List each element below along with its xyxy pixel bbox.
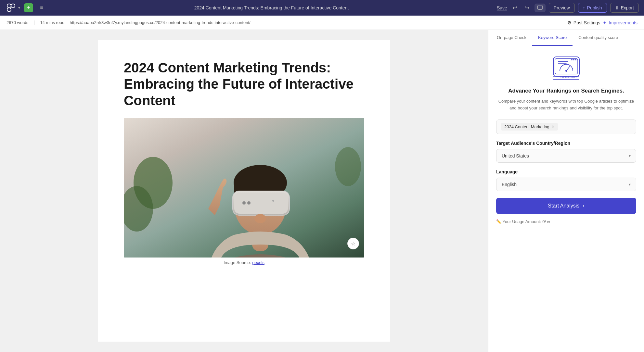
post-settings-button[interactable]: ⚙ Post Settings (567, 20, 600, 25)
country-chevron-icon: ▾ (629, 154, 631, 158)
undo-button[interactable]: ↩ (510, 3, 519, 13)
tab-keyword[interactable]: Keyword Score (532, 30, 573, 46)
navbar-actions: Save ↩ ↪ Preview ↑ Publish ⬆ Export (497, 3, 639, 13)
add-button[interactable]: + (24, 3, 33, 12)
settings-icon: ⚙ (567, 20, 572, 25)
panel-description: Compare your content and keywords with t… (496, 98, 636, 112)
keyword-tag-input[interactable]: 2024 Content Marketing ✕ (496, 119, 636, 134)
read-time: 14 mins read (40, 20, 64, 25)
svg-rect-3 (537, 6, 543, 9)
svg-point-21 (335, 147, 361, 186)
keyword-tag-remove[interactable]: ✕ (551, 124, 555, 129)
word-count: 2670 words (6, 20, 28, 25)
svg-point-1 (11, 4, 15, 8)
score-icon-wrapper: Content Score (496, 55, 636, 81)
svg-point-15 (242, 201, 246, 205)
svg-point-16 (247, 201, 251, 205)
secondary-bar: 2670 words | 14 mins read https://aaapa2… (0, 16, 644, 30)
svg-point-0 (7, 4, 11, 8)
main-layout: 2024 Content Marketing Trends: Embracing… (0, 30, 644, 352)
start-analysis-button[interactable]: Start Analysis › (496, 198, 636, 214)
export-icon: ⬆ (615, 5, 619, 10)
right-panel: On-page Check Keyword Score Content qual… (488, 30, 644, 352)
country-select[interactable]: United States ▾ (496, 149, 636, 163)
country-value: United States (502, 153, 529, 158)
save-button[interactable]: Save (497, 5, 507, 10)
start-analysis-arrow-icon: › (583, 203, 584, 209)
menu-button[interactable]: ≡ (37, 3, 46, 12)
publish-button[interactable]: ↑ Publish (578, 3, 607, 13)
svg-point-18 (254, 214, 266, 223)
tab-onpage[interactable]: On-page Check (491, 30, 532, 46)
svg-point-28 (571, 59, 573, 60)
keyword-tag: 2024 Content Marketing ✕ (501, 123, 558, 131)
panel-heading: Advance Your Rankings on Search Engines. (496, 88, 636, 94)
document-title: 2024 Content Marketing Trends: Embracing… (50, 5, 493, 10)
usage-info: ✏️ Your Usage Amount: 0/ ∞ (496, 219, 636, 224)
desktop-view-button[interactable] (535, 4, 546, 12)
redo-button[interactable]: ↪ (522, 3, 531, 13)
tab-quality[interactable]: Content quality score (573, 30, 624, 46)
page-url[interactable]: https://aaapa2rrk3w3nf7y.mylandingpages.… (70, 20, 562, 25)
start-analysis-label: Start Analysis (548, 203, 579, 209)
logo-chevron[interactable]: ▾ (18, 6, 20, 10)
svg-rect-14 (234, 193, 288, 214)
export-button[interactable]: ⬆ Export (610, 3, 639, 13)
svg-point-27 (565, 70, 567, 72)
svg-point-2 (7, 8, 11, 12)
improvements-button[interactable]: ✦ Improvements (603, 20, 638, 25)
svg-point-30 (575, 59, 576, 60)
article-image-wrapper: Image Source: pexels ☆ (124, 118, 364, 265)
navbar: ▾ + ≡ 2024 Content Marketing Trends: Emb… (0, 0, 644, 16)
article-image (124, 118, 364, 258)
svg-point-17 (272, 200, 274, 202)
editor-area: 2024 Content Marketing Trends: Embracing… (0, 30, 488, 352)
logo-icon (5, 2, 17, 14)
improvements-icon: ✦ (603, 20, 607, 25)
image-caption: Image Source: pexels (124, 260, 364, 265)
content-score-icon: Content Score (552, 55, 581, 81)
preview-button[interactable]: Preview (549, 3, 575, 13)
logo: ▾ (5, 2, 20, 14)
language-select[interactable]: English ▾ (496, 178, 636, 191)
svg-point-29 (573, 59, 574, 60)
publish-icon: ↑ (583, 5, 585, 10)
vr-scene (124, 118, 364, 258)
language-chevron-icon: ▾ (629, 182, 631, 187)
language-value: English (502, 182, 517, 187)
caption-link[interactable]: pexels (252, 260, 264, 265)
article-title[interactable]: 2024 Content Marketing Trends: Embracing… (124, 60, 364, 109)
panel-tabs: On-page Check Keyword Score Content qual… (488, 30, 644, 46)
editor-page: 2024 Content Marketing Trends: Embracing… (98, 40, 390, 342)
secondary-actions: ⚙ Post Settings ✦ Improvements (567, 20, 638, 25)
country-label: Target Audience's Country/Region (496, 141, 636, 146)
bookmark-button[interactable]: ☆ (347, 238, 359, 249)
panel-content: Content Score Advance Your Rankings on S… (488, 46, 644, 352)
language-label: Language (496, 169, 636, 174)
